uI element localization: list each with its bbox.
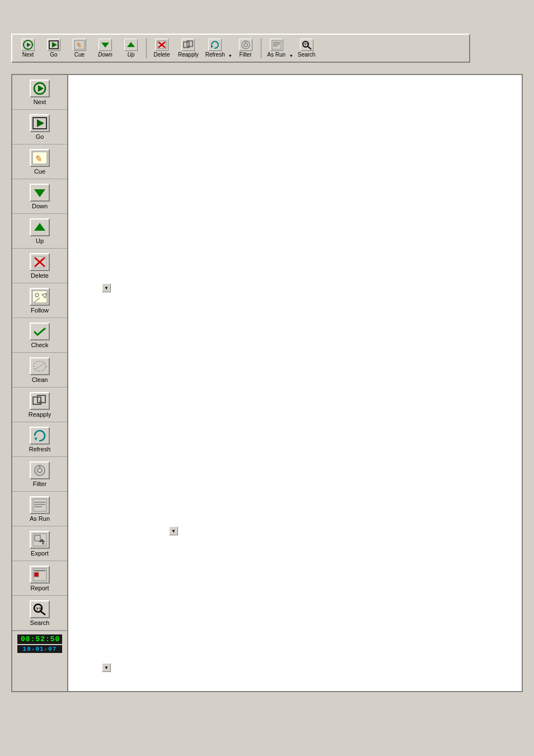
sidebar-go-label: Go — [36, 133, 44, 140]
svg-line-41 — [35, 363, 45, 370]
sidebar-next-btn[interactable]: Next — [12, 75, 67, 110]
svg-line-23 — [308, 46, 311, 49]
asrun-dropdown[interactable]: ▼ — [169, 526, 178, 535]
sidebar-down-btn[interactable]: Down — [12, 179, 67, 214]
svg-rect-58 — [34, 572, 39, 577]
sidebar-report-btn[interactable]: Report — [12, 561, 67, 596]
sidebar-refresh-btn[interactable]: Refresh — [12, 422, 67, 457]
sidebar-clean-btn[interactable]: Clean — [12, 353, 67, 388]
toolbar-asrun-label: As Run — [267, 52, 285, 58]
clock-date: 10-01-07 — [17, 645, 62, 653]
toolbar-go-btn[interactable]: Go — [41, 37, 66, 59]
svg-rect-36 — [32, 291, 47, 303]
toolbar-delete-label: Delete — [154, 52, 170, 58]
next-icon — [30, 80, 50, 97]
refresh-icon — [30, 427, 50, 445]
svg-rect-18 — [272, 40, 281, 49]
sidebar-follow-btn[interactable]: Follow — [12, 283, 67, 318]
sidebar-reapply-label: Reapply — [29, 411, 51, 418]
svg-text:✎: ✎ — [34, 154, 41, 164]
svg-text:▲: ▲ — [41, 540, 45, 545]
sidebar-follow-label: Follow — [31, 307, 49, 314]
toolbar-refresh-group: Refresh ▼ — [203, 37, 232, 59]
toolbar-reapply-btn[interactable]: 2 Reapply — [175, 37, 202, 59]
sidebar-report-label: Report — [30, 585, 49, 591]
export-icon: ▲ — [30, 531, 50, 549]
sidebar-clean-label: Clean — [32, 376, 48, 383]
clock-display: 08:52:50 10-01-07 — [12, 631, 67, 656]
sep2 — [261, 38, 261, 58]
sidebar-down-label: Down — [32, 203, 48, 209]
svg-marker-3 — [52, 42, 57, 48]
sidebar-cue-btn[interactable]: ✎ Cue — [12, 144, 67, 179]
svg-marker-31 — [34, 189, 45, 197]
sidebar-reapply-btn[interactable]: 2 Reapply — [12, 388, 67, 422]
toolbar-go-label: Go — [50, 52, 57, 58]
sidebar-search-btn[interactable]: ?? Search — [12, 596, 67, 631]
sidebar-refresh-label: Refresh — [29, 446, 51, 452]
svg-line-61 — [41, 612, 45, 615]
svg-text:??: ?? — [304, 43, 309, 46]
sidebar-check-btn[interactable]: Check — [12, 318, 67, 353]
sep1 — [146, 38, 147, 58]
svg-rect-54 — [35, 535, 40, 541]
delete-icon — [30, 253, 50, 271]
toolbar-next-btn[interactable]: Next — [16, 37, 40, 59]
toolbar-up-label: Up — [128, 52, 135, 58]
sidebar-up-btn[interactable]: Up — [12, 214, 67, 249]
toolbar-filter-btn[interactable]: Filter — [233, 37, 258, 59]
svg-text:✎: ✎ — [76, 41, 81, 49]
sidebar-go-btn[interactable]: Go — [12, 110, 67, 144]
sidebar-filter-label: Filter — [33, 480, 46, 487]
sidebar-check-label: Check — [31, 342, 48, 348]
clock-time: 08:52:50 — [17, 634, 62, 644]
sidebar-asrun-label: As Run — [30, 515, 50, 522]
toolbar-asrun-group: As Run ▼ — [264, 37, 293, 59]
toolbar-down-label: Down — [98, 52, 113, 58]
toolbar-search-label: Search — [298, 52, 316, 58]
sidebar-filter-btn[interactable]: Filter — [12, 457, 67, 492]
follow-dropdown[interactable]: ▼ — [102, 283, 111, 292]
toolbar-refresh-btn[interactable]: Refresh — [203, 37, 228, 59]
sidebar-search-label: Search — [30, 619, 50, 626]
svg-marker-1 — [27, 43, 31, 47]
toolbar-reapply-label: Reapply — [178, 52, 199, 58]
svg-marker-6 — [101, 43, 109, 48]
clean-icon — [30, 357, 50, 375]
cue-icon: ✎ — [30, 149, 50, 167]
svg-text:??: ?? — [36, 606, 41, 612]
svg-marker-7 — [127, 42, 135, 47]
sidebar-asrun-btn[interactable]: As Run — [12, 492, 67, 526]
toolbar-up-btn[interactable]: Up — [119, 37, 143, 59]
up-icon — [30, 218, 50, 236]
toolbar-cue-btn[interactable]: ✎ Cue — [67, 37, 92, 59]
sidebar-delete-label: Delete — [31, 272, 49, 279]
svg-marker-26 — [38, 85, 44, 92]
go-icon — [30, 114, 50, 132]
sidebar-delete-btn[interactable]: Delete — [12, 249, 67, 283]
content-area: Next Go ✎ — [11, 74, 523, 692]
check-icon — [30, 323, 50, 340]
report-icon — [30, 566, 50, 584]
search-dropdown[interactable]: ▼ — [102, 663, 111, 672]
toolbar-delete-btn[interactable]: Delete — [149, 37, 174, 59]
asrun-icon — [30, 496, 50, 514]
svg-marker-28 — [37, 119, 44, 127]
toolbar-filter-label: Filter — [240, 52, 252, 58]
sidebar-export-btn[interactable]: ▲ Export — [12, 526, 67, 561]
svg-point-16 — [244, 43, 247, 46]
follow-icon — [30, 288, 50, 306]
toolbar-search-btn[interactable]: ?? Search — [294, 37, 319, 59]
toolbar-asrun-btn[interactable]: As Run — [264, 37, 289, 59]
svg-rect-49 — [33, 499, 46, 511]
toolbar-asrun-arrow[interactable]: ▼ — [289, 54, 293, 58]
toolbar-refresh-arrow[interactable]: ▼ — [228, 54, 232, 58]
svg-point-47 — [38, 468, 42, 473]
toolbar-refresh-label: Refresh — [205, 52, 225, 58]
sidebar-export-label: Export — [31, 550, 49, 557]
reapply-icon: 2 — [30, 392, 50, 410]
search-icon: ?? — [30, 600, 50, 618]
main-panel: ▼ ▼ ▼ — [68, 75, 522, 691]
toolbar-down-btn[interactable]: Down — [93, 37, 118, 59]
filter-icon — [30, 461, 50, 479]
